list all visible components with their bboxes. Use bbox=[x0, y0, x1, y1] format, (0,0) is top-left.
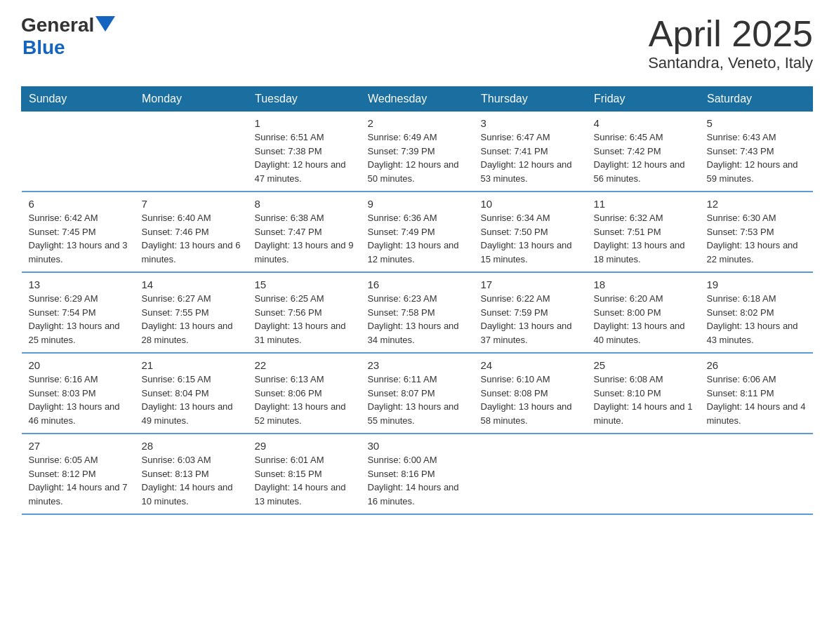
day-cell bbox=[22, 112, 135, 192]
logo-general: General bbox=[21, 14, 94, 36]
day-detail: Sunrise: 6:25 AMSunset: 7:56 PMDaylight:… bbox=[255, 292, 354, 347]
day-number: 12 bbox=[707, 198, 806, 210]
day-detail: Sunrise: 6:43 AMSunset: 7:43 PMDaylight:… bbox=[707, 130, 806, 185]
day-detail: Sunrise: 6:23 AMSunset: 7:58 PMDaylight:… bbox=[368, 292, 467, 347]
week-row-1: 6Sunrise: 6:42 AMSunset: 7:45 PMDaylight… bbox=[22, 192, 813, 272]
calendar-header: Sunday Monday Tuesday Wednesday Thursday… bbox=[22, 87, 813, 112]
logo: General Blue bbox=[21, 14, 115, 59]
day-detail: Sunrise: 6:20 AMSunset: 8:00 PMDaylight:… bbox=[594, 292, 693, 347]
day-detail: Sunrise: 6:47 AMSunset: 7:41 PMDaylight:… bbox=[481, 130, 580, 185]
day-number: 29 bbox=[255, 440, 354, 452]
day-cell: 15Sunrise: 6:25 AMSunset: 7:56 PMDayligh… bbox=[248, 272, 361, 353]
day-number: 13 bbox=[29, 279, 128, 290]
day-cell: 28Sunrise: 6:03 AMSunset: 8:13 PMDayligh… bbox=[135, 434, 248, 514]
day-number: 28 bbox=[142, 440, 241, 452]
day-detail: Sunrise: 6:30 AMSunset: 7:53 PMDaylight:… bbox=[707, 211, 806, 266]
day-cell bbox=[587, 434, 700, 514]
day-cell: 4Sunrise: 6:45 AMSunset: 7:42 PMDaylight… bbox=[587, 112, 700, 192]
day-detail: Sunrise: 6:34 AMSunset: 7:50 PMDaylight:… bbox=[481, 211, 580, 266]
day-detail: Sunrise: 6:49 AMSunset: 7:39 PMDaylight:… bbox=[368, 130, 467, 185]
day-detail: Sunrise: 6:11 AMSunset: 8:07 PMDaylight:… bbox=[368, 373, 467, 427]
week-row-0: 1Sunrise: 6:51 AMSunset: 7:38 PMDaylight… bbox=[22, 112, 813, 192]
day-detail: Sunrise: 6:42 AMSunset: 7:45 PMDaylight:… bbox=[29, 211, 128, 266]
day-number: 24 bbox=[481, 359, 580, 371]
header-friday: Friday bbox=[587, 87, 700, 112]
day-number: 22 bbox=[255, 359, 354, 371]
day-number: 20 bbox=[29, 359, 128, 371]
day-detail: Sunrise: 6:32 AMSunset: 7:51 PMDaylight:… bbox=[594, 211, 693, 266]
day-number: 30 bbox=[368, 440, 467, 452]
day-detail: Sunrise: 6:08 AMSunset: 8:10 PMDaylight:… bbox=[594, 373, 693, 427]
day-number: 15 bbox=[255, 279, 354, 290]
day-detail: Sunrise: 6:01 AMSunset: 8:15 PMDaylight:… bbox=[255, 453, 354, 508]
day-cell: 7Sunrise: 6:40 AMSunset: 7:46 PMDaylight… bbox=[135, 192, 248, 272]
day-cell: 27Sunrise: 6:05 AMSunset: 8:12 PMDayligh… bbox=[22, 434, 135, 514]
day-number: 18 bbox=[594, 279, 693, 290]
logo-triangle-icon bbox=[95, 16, 115, 32]
day-detail: Sunrise: 6:51 AMSunset: 7:38 PMDaylight:… bbox=[255, 130, 354, 185]
calendar-title: April 2025 bbox=[648, 14, 813, 54]
day-cell bbox=[135, 112, 248, 192]
day-cell: 10Sunrise: 6:34 AMSunset: 7:50 PMDayligh… bbox=[474, 192, 587, 272]
day-detail: Sunrise: 6:13 AMSunset: 8:06 PMDaylight:… bbox=[255, 373, 354, 427]
day-number: 25 bbox=[594, 359, 693, 371]
week-row-4: 27Sunrise: 6:05 AMSunset: 8:12 PMDayligh… bbox=[22, 434, 813, 514]
title-area: April 2025 Santandra, Veneto, Italy bbox=[648, 14, 813, 72]
day-cell: 8Sunrise: 6:38 AMSunset: 7:47 PMDaylight… bbox=[248, 192, 361, 272]
calendar-table: Sunday Monday Tuesday Wednesday Thursday… bbox=[21, 86, 813, 515]
day-detail: Sunrise: 6:45 AMSunset: 7:42 PMDaylight:… bbox=[594, 130, 693, 185]
header-row: Sunday Monday Tuesday Wednesday Thursday… bbox=[22, 87, 813, 112]
day-cell: 22Sunrise: 6:13 AMSunset: 8:06 PMDayligh… bbox=[248, 353, 361, 434]
day-detail: Sunrise: 6:38 AMSunset: 7:47 PMDaylight:… bbox=[255, 211, 354, 266]
day-number: 5 bbox=[707, 117, 806, 129]
day-number: 3 bbox=[481, 117, 580, 129]
day-detail: Sunrise: 6:22 AMSunset: 7:59 PMDaylight:… bbox=[481, 292, 580, 347]
header-wednesday: Wednesday bbox=[361, 87, 474, 112]
day-cell: 14Sunrise: 6:27 AMSunset: 7:55 PMDayligh… bbox=[135, 272, 248, 353]
day-cell: 25Sunrise: 6:08 AMSunset: 8:10 PMDayligh… bbox=[587, 353, 700, 434]
logo-blue: Blue bbox=[22, 36, 115, 59]
day-cell: 21Sunrise: 6:15 AMSunset: 8:04 PMDayligh… bbox=[135, 353, 248, 434]
day-number: 10 bbox=[481, 198, 580, 210]
day-cell: 30Sunrise: 6:00 AMSunset: 8:16 PMDayligh… bbox=[361, 434, 474, 514]
day-cell: 11Sunrise: 6:32 AMSunset: 7:51 PMDayligh… bbox=[587, 192, 700, 272]
day-detail: Sunrise: 6:00 AMSunset: 8:16 PMDaylight:… bbox=[368, 453, 467, 508]
day-cell: 3Sunrise: 6:47 AMSunset: 7:41 PMDaylight… bbox=[474, 112, 587, 192]
calendar-subtitle: Santandra, Veneto, Italy bbox=[648, 54, 813, 72]
day-cell: 5Sunrise: 6:43 AMSunset: 7:43 PMDaylight… bbox=[700, 112, 813, 192]
header-monday: Monday bbox=[135, 87, 248, 112]
week-row-3: 20Sunrise: 6:16 AMSunset: 8:03 PMDayligh… bbox=[22, 353, 813, 434]
week-row-2: 13Sunrise: 6:29 AMSunset: 7:54 PMDayligh… bbox=[22, 272, 813, 353]
calendar-body: 1Sunrise: 6:51 AMSunset: 7:38 PMDaylight… bbox=[22, 112, 813, 515]
day-cell: 6Sunrise: 6:42 AMSunset: 7:45 PMDaylight… bbox=[22, 192, 135, 272]
day-cell: 20Sunrise: 6:16 AMSunset: 8:03 PMDayligh… bbox=[22, 353, 135, 434]
day-detail: Sunrise: 6:16 AMSunset: 8:03 PMDaylight:… bbox=[29, 373, 128, 427]
header-thursday: Thursday bbox=[474, 87, 587, 112]
day-detail: Sunrise: 6:29 AMSunset: 7:54 PMDaylight:… bbox=[29, 292, 128, 347]
day-cell: 17Sunrise: 6:22 AMSunset: 7:59 PMDayligh… bbox=[474, 272, 587, 353]
day-cell: 18Sunrise: 6:20 AMSunset: 8:00 PMDayligh… bbox=[587, 272, 700, 353]
day-number: 23 bbox=[368, 359, 467, 371]
day-number: 26 bbox=[707, 359, 806, 371]
day-cell: 19Sunrise: 6:18 AMSunset: 8:02 PMDayligh… bbox=[700, 272, 813, 353]
day-detail: Sunrise: 6:05 AMSunset: 8:12 PMDaylight:… bbox=[29, 453, 128, 508]
day-cell: 12Sunrise: 6:30 AMSunset: 7:53 PMDayligh… bbox=[700, 192, 813, 272]
header-tuesday: Tuesday bbox=[248, 87, 361, 112]
day-cell: 16Sunrise: 6:23 AMSunset: 7:58 PMDayligh… bbox=[361, 272, 474, 353]
header-saturday: Saturday bbox=[700, 87, 813, 112]
day-detail: Sunrise: 6:36 AMSunset: 7:49 PMDaylight:… bbox=[368, 211, 467, 266]
day-cell: 26Sunrise: 6:06 AMSunset: 8:11 PMDayligh… bbox=[700, 353, 813, 434]
day-cell bbox=[700, 434, 813, 514]
day-detail: Sunrise: 6:40 AMSunset: 7:46 PMDaylight:… bbox=[142, 211, 241, 266]
day-number: 11 bbox=[594, 198, 693, 210]
page-header: General Blue April 2025 Santandra, Venet… bbox=[21, 14, 813, 72]
day-number: 1 bbox=[255, 117, 354, 129]
day-detail: Sunrise: 6:10 AMSunset: 8:08 PMDaylight:… bbox=[481, 373, 580, 427]
day-detail: Sunrise: 6:03 AMSunset: 8:13 PMDaylight:… bbox=[142, 453, 241, 508]
day-detail: Sunrise: 6:06 AMSunset: 8:11 PMDaylight:… bbox=[707, 373, 806, 427]
day-number: 2 bbox=[368, 117, 467, 129]
day-detail: Sunrise: 6:15 AMSunset: 8:04 PMDaylight:… bbox=[142, 373, 241, 427]
day-cell: 24Sunrise: 6:10 AMSunset: 8:08 PMDayligh… bbox=[474, 353, 587, 434]
day-number: 19 bbox=[707, 279, 806, 290]
day-cell: 1Sunrise: 6:51 AMSunset: 7:38 PMDaylight… bbox=[248, 112, 361, 192]
